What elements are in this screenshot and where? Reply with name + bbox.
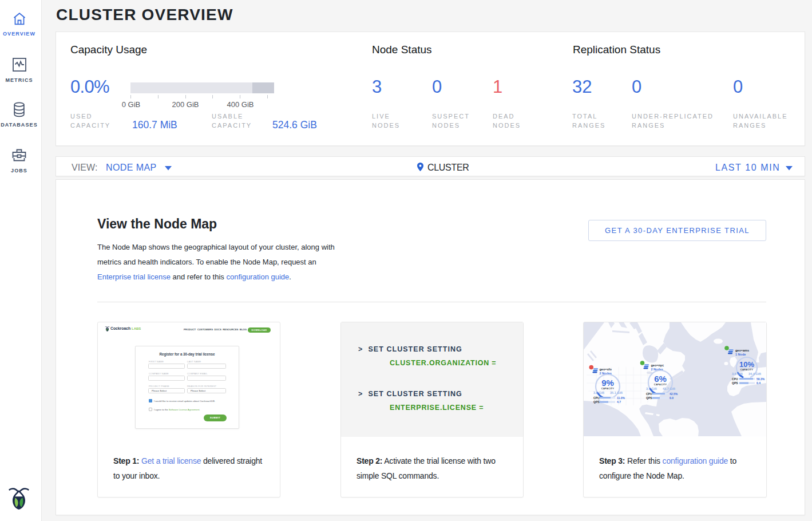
- svg-text:43.7 GiB: 43.7 GiB: [663, 387, 675, 390]
- svg-text:CAPACITY: CAPACITY: [601, 387, 615, 390]
- svg-text:geo=nyc: geo=nyc: [651, 364, 664, 367]
- svg-text:CPU: CPU: [646, 392, 652, 396]
- svg-text:11.0%: 11.0%: [617, 396, 625, 400]
- svg-text:CAPACITY: CAPACITY: [740, 368, 754, 371]
- svg-text:QPS: QPS: [732, 381, 738, 385]
- svg-text:CAPACITY: CAPACITY: [654, 383, 667, 386]
- svg-text:34.4 GiB: 34.4 GiB: [748, 372, 761, 376]
- svg-text:geo=ams: geo=ams: [735, 349, 749, 352]
- svg-text:0.0: 0.0: [670, 396, 674, 400]
- svg-text:CPU: CPU: [593, 396, 600, 400]
- svg-text:9%: 9%: [601, 378, 614, 388]
- svg-text:35.1 GiB: 35.1 GiB: [610, 391, 623, 394]
- svg-text:0.4: 0.4: [756, 381, 760, 385]
- svg-text:4.7: 4.7: [617, 400, 621, 404]
- svg-text:geo=sfo: geo=sfo: [600, 368, 612, 371]
- svg-text:QPS: QPS: [646, 396, 652, 400]
- svg-text:3.6 GiB: 3.6 GiB: [732, 372, 743, 376]
- svg-text:58.3%: 58.3%: [756, 377, 765, 381]
- svg-text:42.5%: 42.5%: [670, 392, 678, 396]
- svg-text:3.7 GiB: 3.7 GiB: [646, 387, 657, 390]
- svg-text:6%: 6%: [654, 374, 667, 384]
- svg-text:1 Node: 1 Node: [735, 353, 746, 356]
- svg-text:CPU: CPU: [732, 377, 738, 381]
- svg-text:QPS: QPS: [593, 400, 600, 404]
- svg-text:3.2 GiB: 3.2 GiB: [593, 391, 604, 394]
